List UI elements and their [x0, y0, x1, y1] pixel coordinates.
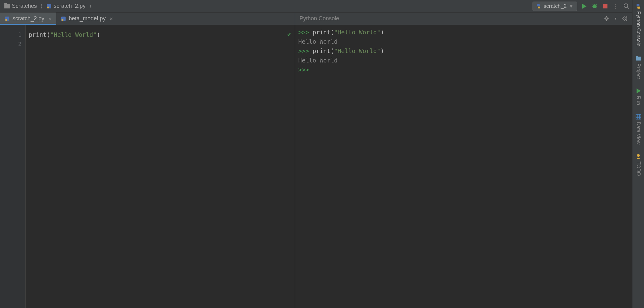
sidebar-item-todo[interactable]: TODO — [635, 153, 642, 176]
debug-button[interactable] — [592, 3, 598, 9]
code-token: print — [313, 29, 330, 36]
code-token: ( — [330, 47, 334, 54]
sidebar-label: Run — [636, 96, 641, 105]
python-file-icon — [61, 16, 66, 22]
svg-point-14 — [5, 19, 7, 21]
right-tool-window-bar: Python Console Project Run Data View TOD… — [632, 0, 644, 308]
sidebar-item-project[interactable]: Project — [635, 55, 642, 79]
console-prompt: >>> — [298, 47, 313, 54]
folder-icon — [4, 4, 10, 8]
code-token: print — [313, 47, 330, 54]
project-icon — [635, 55, 642, 62]
code-token: ) — [380, 47, 384, 54]
console-line: >>> print("Hello World") — [298, 27, 629, 37]
console-prompt: >>> — [298, 29, 313, 36]
sidebar-label: Python Console — [636, 11, 641, 47]
sidebar-label: Data View — [636, 122, 641, 145]
table-icon — [635, 114, 642, 120]
line-number: 2 — [4, 39, 22, 49]
code-editor[interactable]: 1 2 print("Hello World") ✔ — [0, 25, 295, 308]
chevron-down-icon: ▼ — [568, 3, 574, 9]
code-token: ( — [47, 31, 50, 38]
svg-line-6 — [593, 4, 593, 5]
tab-label: beta_model.py — [69, 15, 106, 22]
svg-line-7 — [596, 4, 597, 5]
sidebar-item-run[interactable]: Run — [635, 88, 642, 105]
line-number: 1 — [4, 30, 22, 39]
breadcrumb-file[interactable]: scratch_2.py — [44, 2, 87, 10]
dropdown-arrow-icon[interactable]: ▼ — [614, 17, 617, 20]
svg-line-9 — [596, 7, 597, 8]
breadcrumbs: Scratches ⟩ scratch_2.py ⟩ — [2, 2, 533, 10]
main-area: Scratches ⟩ scratch_2.py ⟩ scratch_2 ▼ — [0, 0, 632, 308]
stop-button[interactable] — [602, 3, 608, 9]
content-area: scratch_2.py ✕ beta_model.py ✕ 1 2 pr — [0, 12, 632, 308]
svg-point-17 — [606, 18, 607, 20]
sidebar-item-data-view[interactable]: Data View — [635, 114, 642, 145]
run-config-label: scratch_2 — [543, 3, 567, 9]
breadcrumb-file-label: scratch_2.py — [54, 3, 86, 9]
svg-point-11 — [624, 4, 628, 7]
svg-rect-19 — [636, 57, 641, 60]
main-toolbar: Scratches ⟩ scratch_2.py ⟩ scratch_2 ▼ — [0, 0, 632, 12]
console-line: Hello World — [298, 56, 629, 65]
settings-button[interactable] — [603, 16, 610, 22]
editor-tabs: scratch_2.py ✕ beta_model.py ✕ — [0, 12, 295, 25]
svg-point-2 — [49, 7, 51, 8]
breadcrumb-root-label: Scratches — [12, 3, 37, 9]
svg-point-16 — [62, 19, 63, 21]
python-icon — [635, 3, 642, 9]
code-content[interactable]: print("Hello World") ✔ — [26, 25, 295, 308]
play-icon — [635, 88, 642, 94]
code-token: print — [29, 31, 47, 38]
console-prompt: >>> — [298, 66, 309, 73]
code-line: print("Hello World") — [29, 30, 292, 39]
svg-point-26 — [637, 154, 640, 157]
console-title: Python Console — [300, 15, 603, 22]
todo-icon — [635, 153, 642, 160]
svg-point-1 — [47, 7, 49, 8]
line-gutter: 1 2 — [0, 25, 26, 308]
tab-label: scratch_2.py — [12, 15, 44, 22]
editor-panel: scratch_2.py ✕ beta_model.py ✕ 1 2 pr — [0, 12, 295, 308]
close-icon[interactable]: ✕ — [109, 16, 113, 21]
console-line: Hello World — [298, 37, 629, 46]
console-actions: ▼ — [603, 16, 628, 22]
breadcrumb-root[interactable]: Scratches — [2, 2, 39, 10]
console-line: >>> — [298, 65, 629, 74]
console-output[interactable]: >>> print("Hello World") Hello World >>>… — [295, 25, 632, 308]
close-icon[interactable]: ✕ — [48, 16, 52, 21]
tab-scratch-2[interactable]: scratch_2.py ✕ — [0, 12, 56, 25]
svg-line-8 — [593, 7, 593, 8]
console-header: Python Console ▼ — [295, 12, 632, 25]
chevron-right-icon: ⟩ — [89, 3, 91, 9]
code-token: "Hello World" — [334, 29, 380, 36]
python-icon — [536, 3, 542, 9]
checkmark-icon: ✔ — [287, 29, 291, 39]
svg-rect-21 — [636, 114, 641, 119]
run-button[interactable] — [581, 3, 587, 9]
svg-rect-20 — [636, 56, 638, 57]
tab-beta-model[interactable]: beta_model.py ✕ — [56, 12, 117, 25]
sidebar-item-python-console[interactable]: Python Console — [635, 3, 642, 47]
svg-line-12 — [627, 7, 629, 9]
console-line: >>> print("Hello World") — [298, 46, 629, 56]
chevron-right-icon: ⟩ — [41, 3, 42, 9]
python-file-icon — [4, 16, 10, 22]
python-console-panel: Python Console ▼ >>> print("Hello World"… — [295, 12, 632, 308]
code-token: "Hello World" — [334, 47, 380, 54]
code-token: ) — [380, 29, 384, 36]
run-configuration-select[interactable]: scratch_2 ▼ — [533, 2, 577, 11]
python-file-icon — [46, 3, 52, 9]
sidebar-label: TODO — [636, 161, 641, 176]
toolbar-separator: ⋮ — [613, 3, 619, 10]
toolbar-actions: ⋮ — [581, 3, 630, 10]
code-token: ) — [97, 31, 100, 38]
code-token: ( — [330, 29, 334, 36]
svg-rect-10 — [603, 4, 607, 8]
code-token: "Hello World" — [50, 31, 97, 38]
hide-button[interactable] — [622, 16, 628, 22]
sidebar-label: Project — [636, 63, 641, 79]
search-button[interactable] — [623, 3, 630, 9]
